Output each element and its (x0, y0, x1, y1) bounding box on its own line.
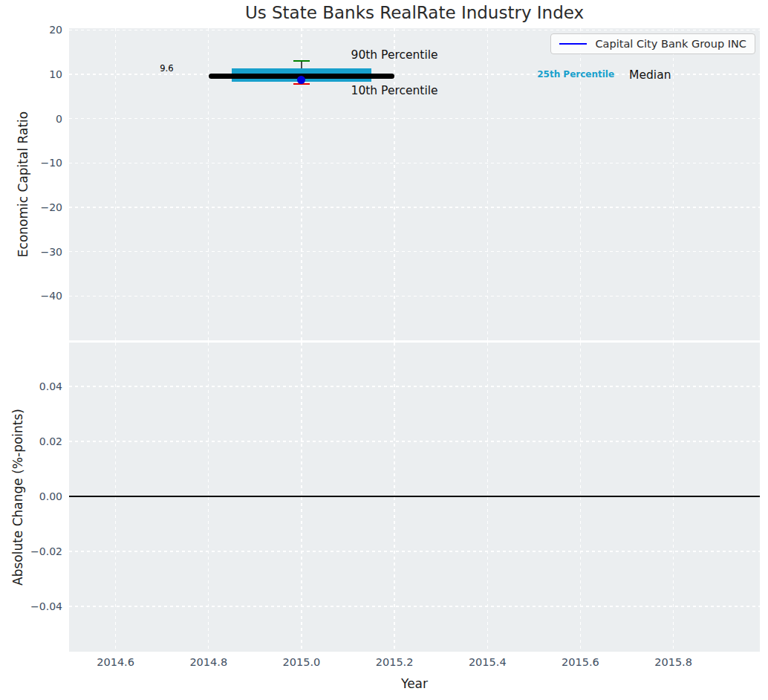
gridline-horizontal (69, 163, 760, 163)
x-tick-label: 2015.8 (654, 656, 692, 668)
gridline-horizontal (69, 551, 760, 551)
annotation-9-6: 9.6 (160, 63, 173, 74)
figure: Us State Banks RealRate Industry Index E… (0, 0, 768, 700)
x-tick-label: 2015.0 (283, 656, 321, 668)
gridline-horizontal (69, 118, 760, 119)
top-y-tick-label: 0 (0, 112, 62, 126)
chart-title: Us State Banks RealRate Industry Index (69, 3, 760, 22)
legend-line-swatch (559, 43, 587, 45)
bottom-y-tick-label: 0.00 (0, 490, 62, 503)
annotation-10th-percentile: 10th Percentile (351, 84, 438, 97)
x-tick-label: 2015.4 (469, 656, 507, 668)
bottom-y-tick-label: 0.02 (0, 435, 62, 448)
top-y-tick-label: −40 (0, 289, 62, 302)
gridline-horizontal (69, 606, 760, 606)
bottom-plot-area (69, 343, 760, 652)
legend: Capital City Bank Group INC (550, 33, 755, 54)
top-y-tick-label: −20 (0, 201, 62, 214)
gridline-horizontal (69, 296, 760, 296)
top-y-axis-label: Economic Capital Ratio (16, 111, 30, 257)
gridline-horizontal (69, 30, 760, 30)
x-tick-label: 2014.8 (189, 656, 227, 668)
x-axis-label: Year (69, 676, 760, 691)
top-plot-area: Capital City Bank Group INC 9.690th Perc… (69, 28, 760, 340)
top-y-tick-label: −30 (0, 245, 62, 259)
top-y-tick-label: 10 (0, 68, 62, 81)
annotation-median: Median (629, 68, 671, 82)
top-y-tick-label: 20 (0, 23, 62, 36)
gridline-horizontal (69, 251, 760, 252)
x-tick-label: 2014.6 (97, 656, 134, 668)
bottom-y-tick-label: −0.02 (0, 545, 62, 558)
x-tick-label: 2015.6 (562, 656, 599, 668)
gridline-horizontal (69, 441, 760, 441)
top-y-tick-label: −10 (0, 156, 62, 169)
bottom-y-tick-label: −0.04 (0, 600, 62, 613)
gridline-horizontal (69, 207, 760, 207)
gridline-vertical (487, 28, 488, 340)
gridline-vertical (115, 28, 116, 340)
legend-label: Capital City Bank Group INC (595, 38, 746, 50)
gridline-horizontal (69, 386, 760, 386)
percentile-90-cap (293, 60, 310, 62)
annotation-25th-percentile: 25th Percentile (537, 69, 614, 80)
annotation-90th-percentile: 90th Percentile (351, 48, 438, 62)
zero-line (69, 496, 760, 497)
gridline-vertical (673, 28, 674, 340)
bottom-y-tick-label: 0.04 (0, 380, 62, 393)
x-tick-label: 2015.2 (376, 656, 414, 668)
